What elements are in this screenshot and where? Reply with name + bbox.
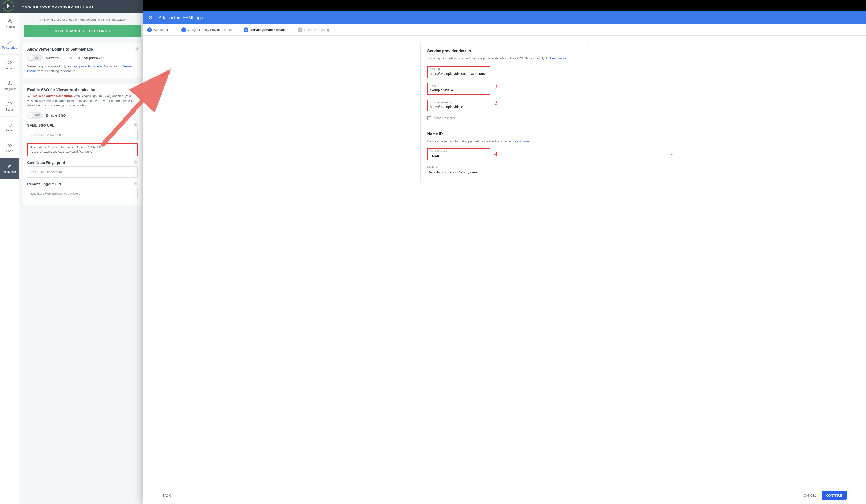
field-logout: ? Remote Logout URL [27, 182, 138, 199]
g-field-value: example.vids.io [430, 88, 453, 92]
nameid-heading: Name ID [428, 132, 582, 136]
toggle-state: OFF [35, 57, 41, 59]
back-button[interactable]: BACK [163, 494, 171, 497]
app-logo [3, 0, 14, 12]
sidebar-item-code[interactable]: Code [0, 137, 19, 158]
cert-input[interactable] [27, 167, 138, 178]
modal-header: ✕ Add custom SAML app [143, 11, 866, 24]
card-heading: Service provider details [428, 49, 582, 53]
info-text: Saving these changes will update your li… [43, 18, 126, 21]
field-entity-id[interactable]: Entity ID example.vids.io [428, 83, 490, 95]
left-app: MANAGE YOUR ADVANCED SETTINGS Themes Per… [0, 0, 146, 504]
sidebar-item-themes[interactable]: Themes [0, 13, 19, 34]
check-icon: ✓ [147, 27, 152, 32]
sidebar-item-pages[interactable]: Pages [0, 117, 19, 137]
saml-url-input[interactable] [27, 129, 138, 140]
sidebar-item-personalize[interactable]: Personalize [0, 34, 19, 55]
sidebar-item-categories[interactable]: Categories [0, 75, 19, 96]
save-button[interactable]: SAVE CHANGES TO SETTINGS [24, 25, 141, 37]
link-protected-videos[interactable]: login protected videos [72, 65, 102, 68]
checkbox-unchecked-icon[interactable] [428, 116, 431, 120]
step-number-icon: 3 [244, 27, 248, 32]
g-field-value: https://example.vids.io [430, 105, 463, 109]
help-icon[interactable]: ? [135, 47, 139, 51]
g-field-label: Name ID [428, 165, 582, 168]
learn-more-link[interactable]: Learn more [513, 139, 529, 143]
signed-response-row[interactable]: Signed response [428, 116, 582, 120]
svg-point-3 [9, 81, 10, 82]
card-title: Allow Viewer Logins to Self-Manage [27, 47, 138, 52]
chevron-down-icon: ▼ [670, 153, 674, 157]
stepper: ✓ App details ✓ Google Identity Provider… [143, 24, 866, 36]
chevron-down-icon: ▼ [579, 170, 581, 174]
modal-body: Service provider details To configure si… [143, 36, 866, 183]
annotation-1: 1 [495, 68, 498, 76]
sidebar-item-label: Social [5, 108, 13, 111]
checkbox-label: Signed response [434, 116, 456, 120]
toggle-self-manage[interactable]: OFF [27, 54, 43, 61]
g-select-value: Basic Information > Primary email [428, 170, 478, 174]
info-icon [38, 18, 42, 22]
sidebar-item-advanced[interactable]: Advanced [0, 158, 19, 179]
learn-more-link[interactable]: Learn more [550, 57, 566, 60]
card-note: Viewer Logins are used only for login pr… [27, 64, 138, 74]
toggle-sso[interactable]: OFF [27, 112, 43, 119]
field-label: Remote Logout URL [27, 182, 138, 186]
check-icon: ✓ [181, 27, 186, 32]
sidebar-item-settings[interactable]: Settings [0, 55, 19, 75]
svg-point-6 [11, 84, 11, 85]
sso-warning: ▲This is an advanced setting. With Singl… [27, 93, 138, 108]
sidebar-item-label: Code [6, 149, 13, 153]
g-field-label: Name ID format [430, 150, 448, 153]
field-cert: ? Certificate Fingerprint [27, 160, 138, 178]
step-app-details[interactable]: ✓ App details [147, 27, 169, 32]
sidebar-item-label: Settings [4, 67, 15, 70]
sidebar-item-label: Categories [2, 87, 16, 91]
sidebar-item-label: Themes [4, 25, 15, 29]
sidebar-item-label: Advanced [3, 170, 16, 173]
step-number-icon: 4 [298, 27, 302, 32]
card-sso: ? Enable SSO for Viewer Authentication ▲… [23, 84, 142, 205]
modal-black-strip [143, 0, 866, 11]
select-nameid-format[interactable]: Name ID format EMAIL ▼ [428, 148, 490, 160]
step-attribute-mapping[interactable]: 4 Attribute mapping [298, 27, 329, 32]
settings-main: Saving these changes will update your li… [19, 13, 146, 504]
svg-point-5 [9, 84, 10, 85]
page-title: MANAGE YOUR ADVANCED SETTINGS [22, 5, 94, 9]
step-idp-details[interactable]: ✓ Google Identity Provider details [181, 27, 232, 32]
acs-note-text: Note that our Assertion Consumer Service… [30, 146, 104, 149]
field-label: Certificate Fingerprint [27, 160, 138, 165]
step-sp-details[interactable]: 3 Service provider details [244, 27, 286, 32]
toggle-desc: Viewers can edit their own password [46, 56, 104, 60]
hierarchy-icon [7, 81, 12, 86]
field-acs-url[interactable]: ACS URL https://example.vids.io/saml/con… [428, 66, 490, 78]
nameid-subtitle: Defines the naming format supported by t… [428, 139, 582, 143]
sidebar-item-label: Personalize [2, 46, 17, 49]
help-icon[interactable]: ? [134, 123, 138, 127]
warning-icon: ▲ [27, 93, 30, 98]
card-self-manage: ? Allow Viewer Logins to Self-Manage OFF… [23, 43, 142, 78]
field-start-url[interactable]: Start URL (optional) https://example.vid… [428, 100, 490, 111]
g-field-value: https://example.vids.io/saml/consume [430, 72, 486, 76]
logout-input[interactable] [27, 188, 138, 199]
svg-point-4 [8, 84, 9, 85]
g-select-value: EMAIL [430, 154, 440, 158]
annotation-3: 3 [495, 99, 498, 107]
annotation-4: 4 [495, 150, 498, 158]
pencil-icon [7, 39, 12, 45]
cancel-button[interactable]: CANCEL [804, 494, 817, 497]
field-saml-url: ? SAML SSO URL Note that our Assertion C… [27, 123, 138, 156]
close-icon[interactable]: ✕ [147, 13, 154, 22]
gear-icon [7, 60, 12, 65]
sp-details-card: Service provider details To configure si… [421, 43, 589, 183]
select-nameid[interactable]: Basic Information > Primary email ▼ [428, 169, 582, 176]
g-field-label: ACS URL [430, 68, 488, 71]
modal-footer: BACK CANCEL CONTINUE [143, 491, 866, 500]
page-title-bar: MANAGE YOUR ADVANCED SETTINGS [0, 0, 146, 13]
sidebar-item-social[interactable]: Social [0, 96, 19, 117]
help-icon[interactable]: ? [135, 87, 139, 91]
toggle-state: OFF [35, 114, 41, 117]
continue-button[interactable]: CONTINUE [822, 491, 847, 500]
chat-bubble-icon [7, 101, 12, 107]
card-title: Enable SSO for Viewer Authentication [27, 88, 138, 92]
